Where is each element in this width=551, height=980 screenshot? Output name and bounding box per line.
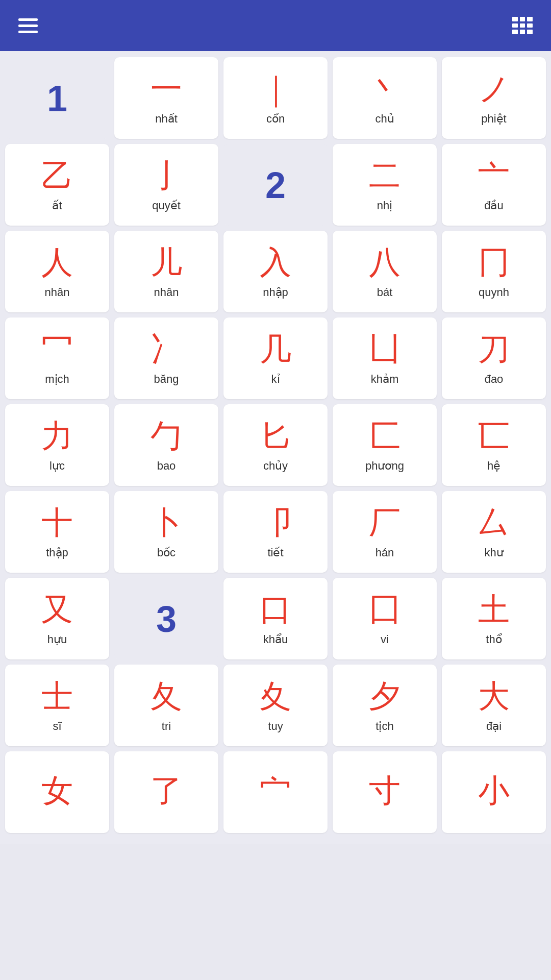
radical-label: thập (46, 546, 68, 559)
radical-label: thổ (486, 633, 502, 646)
radical-char: 冫 (151, 332, 182, 366)
radical-cell[interactable]: 小 (442, 751, 546, 833)
radical-cell[interactable]: 厂hán (333, 491, 437, 573)
radical-cell[interactable]: 卜bốc (114, 491, 218, 573)
radical-label: hệ (487, 459, 500, 473)
radical-label: tiết (267, 546, 283, 559)
radical-cell[interactable]: 宀 (223, 751, 328, 833)
radical-cell[interactable]: 二nhị (333, 144, 437, 226)
radical-char: 亅 (151, 158, 182, 193)
radical-cell[interactable]: 冫băng (114, 317, 218, 399)
radical-char: 匚 (369, 419, 400, 453)
radical-char: 匸 (478, 419, 510, 453)
radical-cell[interactable]: 冖mịch (5, 317, 109, 399)
radical-char: 丶 (369, 71, 400, 106)
app-header (0, 0, 551, 51)
radical-label: kỉ (271, 373, 280, 386)
radical-cell[interactable]: 乙ất (5, 144, 109, 226)
radical-cell[interactable]: 儿nhân (114, 231, 218, 312)
radical-cell[interactable]: 丶chủ (333, 57, 437, 139)
radical-label: sĩ (53, 720, 61, 733)
radical-char: 一 (151, 71, 182, 106)
radical-cell[interactable]: ｜cổn (223, 57, 328, 139)
radical-label: quyết (152, 199, 181, 212)
radical-cell[interactable]: 勹bao (114, 404, 218, 486)
grid-view-button[interactable] (512, 17, 533, 34)
radical-cell[interactable]: 十thập (5, 491, 109, 573)
radical-row-7: 士sĩ夂tri夊tuy夕tịch大đại (5, 665, 546, 746)
radical-char: 人 (41, 245, 73, 280)
radical-cell[interactable]: 匕chủy (223, 404, 328, 486)
radical-label: quynh (479, 286, 509, 299)
radical-row-1: 乙ất亅quyết2二nhị亠đầu (5, 144, 546, 226)
radical-cell[interactable]: 几kỉ (223, 317, 328, 399)
radical-char: 厶 (478, 505, 510, 540)
radical-cell[interactable]: 匚phương (333, 404, 437, 486)
radical-cell[interactable]: 人nhân (5, 231, 109, 312)
radical-label: lực (49, 459, 65, 473)
radical-cell[interactable]: 女 (5, 751, 109, 833)
radical-cell[interactable]: 大đại (442, 665, 546, 746)
radical-cell[interactable]: 土thổ (442, 578, 546, 659)
radical-label: bát (377, 286, 393, 299)
radical-cell[interactable]: 力lực (5, 404, 109, 486)
radical-row-2: 人nhân儿nhân入nhập八bát冂quynh (5, 231, 546, 312)
radical-cell[interactable]: 刀đao (442, 317, 546, 399)
radical-row-5: 十thập卜bốc卩tiết厂hán厶khư (5, 491, 546, 573)
radical-cell[interactable]: 匸hệ (442, 404, 546, 486)
radical-label: đại (486, 720, 502, 733)
radical-label: khư (484, 546, 503, 559)
radical-label: đao (485, 373, 504, 386)
radical-char: 土 (478, 592, 510, 627)
radical-cell[interactable]: 八bát (333, 231, 437, 312)
radical-cell[interactable]: 夂tri (114, 665, 218, 746)
radical-cell[interactable]: 寸 (333, 751, 437, 833)
radical-cell[interactable]: 亅quyết (114, 144, 218, 226)
radical-label: tịch (375, 720, 393, 733)
radical-cell[interactable]: 冂quynh (442, 231, 546, 312)
radical-cell[interactable]: 卩tiết (223, 491, 328, 573)
radical-char: 二 (369, 158, 400, 193)
radical-label: khẩu (263, 633, 288, 646)
radical-cell[interactable]: 夊tuy (223, 665, 328, 746)
radical-cell[interactable]: 口khẩu (223, 578, 328, 659)
radical-char: 乙 (41, 158, 73, 193)
radical-cell[interactable]: 厶khư (442, 491, 546, 573)
radical-label: phương (365, 459, 404, 473)
radical-char: 入 (260, 245, 291, 280)
radical-char: 夂 (151, 679, 182, 714)
menu-button[interactable] (18, 18, 38, 33)
radical-char: 囗 (369, 592, 400, 627)
radical-label: chủy (263, 459, 288, 473)
radical-cell[interactable]: 囗vi (333, 578, 437, 659)
radical-label: nhị (377, 199, 392, 212)
radical-cell[interactable]: 入nhập (223, 231, 328, 312)
radical-cell[interactable]: 一nhất (114, 57, 218, 139)
radical-char: 又 (41, 592, 73, 627)
radical-char: 力 (41, 419, 73, 453)
radical-char: 寸 (369, 773, 400, 808)
radical-label: nhất (155, 112, 178, 126)
radical-char: 几 (260, 332, 291, 366)
radical-cell[interactable]: 士sĩ (5, 665, 109, 746)
radical-char: ｜ (260, 71, 291, 106)
radical-char: 夊 (260, 679, 291, 714)
radical-row-0: 1一nhất｜cổn丶chủノphiệt (5, 57, 546, 139)
radical-char: ノ (478, 71, 510, 106)
radical-label: nhập (263, 286, 288, 299)
radical-label: bốc (157, 546, 176, 559)
radical-cell[interactable]: 了 (114, 751, 218, 833)
radical-char: 厂 (369, 505, 400, 540)
radical-label: khảm (371, 373, 399, 386)
radical-row-8: 女了宀寸小 (5, 751, 546, 833)
radical-cell[interactable]: ノphiệt (442, 57, 546, 139)
radical-char: 刀 (478, 332, 510, 366)
radical-cell[interactable]: 亠đầu (442, 144, 546, 226)
radical-label: cổn (266, 112, 285, 126)
radical-cell[interactable]: 凵khảm (333, 317, 437, 399)
radical-cell[interactable]: 夕tịch (333, 665, 437, 746)
radical-cell[interactable]: 又hựu (5, 578, 109, 659)
radical-row-3: 冖mịch冫băng几kỉ凵khảm刀đao (5, 317, 546, 399)
radical-label: tuy (268, 720, 283, 733)
radical-char: 了 (151, 773, 182, 808)
